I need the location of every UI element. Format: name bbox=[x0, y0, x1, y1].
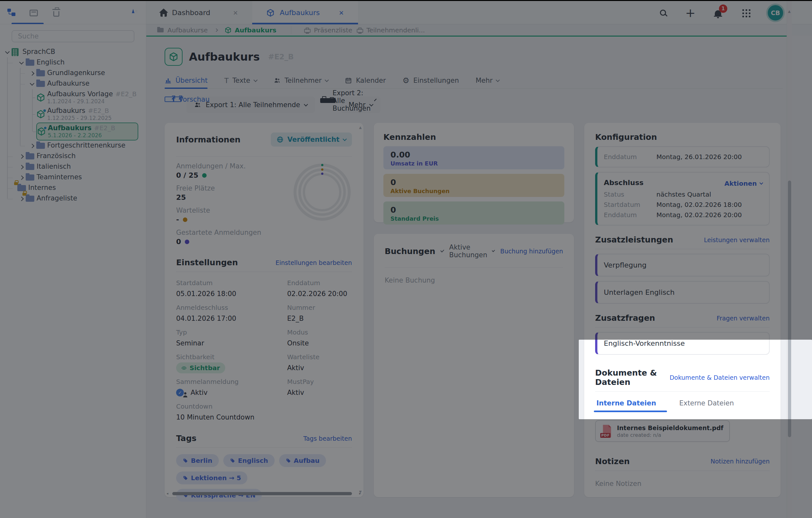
chevron-icon[interactable] bbox=[28, 83, 36, 85]
bookings-card: Buchungen Aktive Buchungen Buchung hinzu… bbox=[374, 234, 574, 497]
add-notes-link[interactable]: Notizen hinzufügen bbox=[710, 458, 770, 465]
chevron-icon[interactable] bbox=[17, 62, 26, 64]
tree-item[interactable]: Aufbaukurs Vorlage#E2_B 1.1.2024 - 29.1.… bbox=[36, 89, 138, 106]
tree-guide-line bbox=[20, 68, 21, 146]
printer-icon bbox=[357, 29, 363, 33]
tree-item[interactable]: Anfrageliste bbox=[17, 193, 138, 204]
folder-icon bbox=[36, 143, 45, 149]
card-horizontal-scrollbar[interactable]: ◂▸ bbox=[167, 492, 356, 495]
notes-section-title: Notizen bbox=[595, 457, 630, 466]
course-tab[interactable]: T ⚙ Übersicht bbox=[165, 74, 208, 88]
window-tab[interactable]: Dashboard ✕ bbox=[146, 1, 252, 24]
folder-icon bbox=[36, 81, 45, 87]
apps-grid-icon[interactable] bbox=[740, 7, 751, 18]
notification-badge: 1 bbox=[719, 4, 727, 13]
tree-item[interactable]: Grundlagenkurse bbox=[28, 68, 138, 79]
course-tab[interactable]: T ⚙ Mehr bbox=[475, 74, 499, 88]
bookings-filter[interactable]: Aktive Buchungen bbox=[449, 243, 494, 259]
documents-tab[interactable]: Externe Dateien bbox=[678, 397, 735, 412]
search-icon[interactable] bbox=[657, 7, 668, 18]
documents-tab[interactable]: Interne Dateien bbox=[595, 397, 657, 412]
manage-questions-link[interactable]: Fragen verwalten bbox=[717, 315, 770, 322]
folder-icon bbox=[26, 196, 34, 202]
chevron-icon[interactable] bbox=[17, 197, 26, 201]
edit-settings-link[interactable]: Einstellungen bearbeiten bbox=[276, 259, 352, 266]
sidebar-search[interactable] bbox=[11, 30, 135, 42]
page-scrollbar-thumb[interactable] bbox=[788, 181, 791, 437]
tree-item[interactable]: Aufbaukurs#E2_B 5.1.2026 - 2.2.2026 bbox=[36, 123, 138, 141]
chevron-icon[interactable] bbox=[17, 176, 26, 179]
sidebar-header bbox=[0, 1, 146, 24]
text-icon: T bbox=[224, 77, 228, 85]
add-icon[interactable]: + bbox=[685, 7, 696, 18]
question-item[interactable]: Englisch-Vorkenntnisse bbox=[595, 332, 770, 355]
file-item[interactable]: PDF Internes Beispieldokument.pdf date c… bbox=[595, 420, 730, 442]
manage-documents-link[interactable]: Dokumente & Dateien verwalten bbox=[670, 374, 770, 381]
edit-tags-link[interactable]: Tags bearbeiten bbox=[303, 435, 352, 442]
bookings-empty-state: Keine Buchung bbox=[385, 276, 563, 284]
chevron-icon[interactable] bbox=[17, 165, 26, 169]
settings-field: Countdown ✓ 10 Minuten Countdown 10 Minu… bbox=[176, 402, 282, 423]
config-row: Startdatum Montag, 02.02.2026 18:00 bbox=[604, 200, 762, 210]
chevron-icon[interactable] bbox=[17, 155, 26, 158]
action-button[interactable]: Vorschau bbox=[165, 96, 181, 102]
notifications-bell-icon[interactable]: 1 bbox=[713, 7, 723, 18]
search-input[interactable] bbox=[17, 32, 129, 40]
lock-icon bbox=[14, 182, 18, 185]
window-tab[interactable]: Aufbaukurs ✕ bbox=[252, 1, 358, 24]
manage-services-link[interactable]: Leistungen verwalten bbox=[704, 236, 770, 243]
tree-item[interactable]: Teaminternes bbox=[17, 172, 138, 183]
service-item[interactable]: Unterlagen Englisch bbox=[595, 281, 770, 304]
people-icon bbox=[274, 77, 281, 84]
tree-item-icon bbox=[36, 141, 47, 151]
tree-item[interactable]: Englisch bbox=[17, 57, 138, 68]
main-content: Aufbaukurs #E2_B T ⚙ Übersicht T bbox=[146, 36, 787, 518]
tag-pill[interactable]: Englisch bbox=[223, 454, 274, 467]
tree-item[interactable]: Fortgeschrittenenkurse bbox=[28, 141, 138, 151]
card-vertical-scrollbar[interactable]: ▲▼ bbox=[358, 125, 362, 489]
breadcrumb-parent[interactable]: Aufbaukurse bbox=[168, 26, 208, 34]
course-tab[interactable]: T ⚙ Texte bbox=[224, 74, 257, 88]
capacity-donut-chart bbox=[294, 163, 351, 221]
chevron-icon[interactable] bbox=[3, 51, 11, 53]
close-icon[interactable]: ✕ bbox=[329, 9, 344, 17]
page-scrollbar[interactable]: ▲ bbox=[787, 1, 792, 518]
course-tab[interactable]: T ⚙ Kalender bbox=[345, 74, 386, 88]
course-tab[interactable]: T ⚙ Einstellungen bbox=[403, 74, 459, 88]
tag-pill[interactable]: Berlin bbox=[176, 454, 219, 467]
avatar[interactable]: CB bbox=[768, 5, 783, 21]
doc-link[interactable]: Teilnehmendenli... bbox=[357, 26, 425, 34]
trash-icon[interactable] bbox=[45, 8, 67, 17]
chevron-down-icon[interactable] bbox=[440, 248, 444, 252]
doc-link[interactable]: Präsenzliste bbox=[304, 26, 352, 34]
tag-pill[interactable]: Aufbau bbox=[279, 454, 326, 467]
archive-icon[interactable] bbox=[23, 9, 45, 17]
tag-pill[interactable]: Lektionen → 5 bbox=[176, 471, 248, 484]
close-icon[interactable]: ✕ bbox=[223, 9, 238, 17]
tree-view-icon[interactable] bbox=[0, 8, 23, 17]
tree-item[interactable]: SprachCB bbox=[3, 47, 138, 57]
breadcrumb-current[interactable]: Aufbaukurs bbox=[225, 26, 277, 34]
publish-status-dropdown[interactable]: Veröffentlicht bbox=[271, 132, 352, 147]
tree-item[interactable]: Aufbaukurse bbox=[28, 79, 138, 89]
service-item[interactable]: Verpflegung bbox=[595, 254, 770, 276]
tree-item[interactable]: Aufbaukurs#E2_B 1.12.2025 - 29.12.2025 bbox=[36, 106, 138, 123]
action-button[interactable]: Export 2: Alle Buchungen bbox=[320, 98, 336, 103]
add-booking-link[interactable]: Buchung hinzufügen bbox=[500, 248, 563, 255]
documents-section-title: Dokumente & Dateien bbox=[595, 368, 670, 387]
folder-icon bbox=[36, 70, 45, 77]
person-icon bbox=[183, 392, 187, 396]
chevron-icon[interactable] bbox=[28, 72, 36, 75]
chevron-icon[interactable] bbox=[28, 144, 36, 148]
tree-item[interactable]: Italienisch bbox=[17, 162, 138, 172]
sidebar: SprachCB Englisch bbox=[0, 1, 146, 518]
enddate-config-item: Enddatum Montag, 26.01.2026 20:00 bbox=[595, 146, 770, 167]
tree-item[interactable]: Französisch bbox=[17, 151, 138, 162]
configuration-card: Konfiguration Enddatum Montag, 26.01.202… bbox=[584, 123, 781, 497]
chevron-down-icon bbox=[325, 78, 329, 82]
actions-dropdown[interactable]: Aktionen bbox=[724, 180, 762, 187]
page-header: Aufbaukurs #E2_B bbox=[165, 48, 787, 66]
tree-item[interactable]: Internes bbox=[17, 183, 138, 193]
tree-item-text: Fortgeschrittenenkurse bbox=[47, 142, 128, 150]
course-tab[interactable]: T ⚙ Teilnehmer bbox=[274, 74, 328, 88]
